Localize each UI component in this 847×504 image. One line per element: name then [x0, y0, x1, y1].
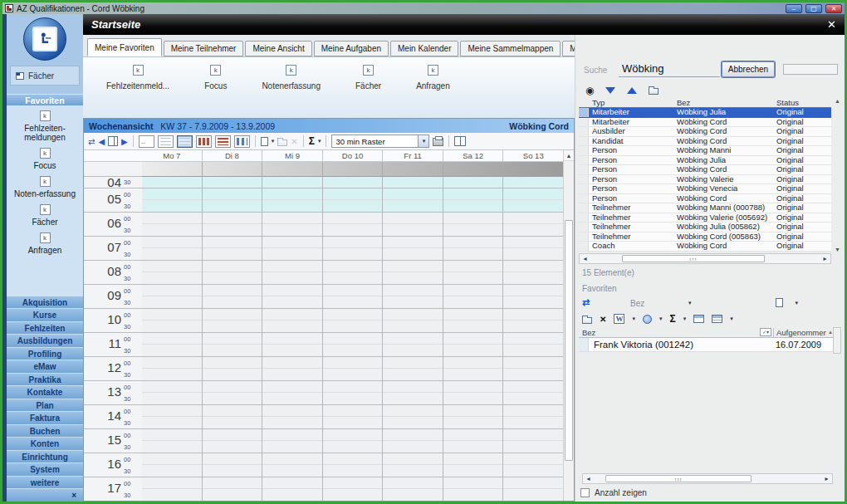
delete-icon[interactable]: ✕ [291, 137, 297, 146]
print-icon[interactable] [433, 138, 443, 146]
allday-cell[interactable] [202, 162, 262, 176]
results-hscrollbar[interactable]: ◂ ɪɪɪ ▸ [579, 253, 831, 264]
allday-cell[interactable] [322, 162, 383, 176]
row-selector[interactable] [579, 118, 589, 127]
search-query-value[interactable]: Wöbking [622, 62, 664, 75]
scope-radio-icon[interactable]: ◉ [585, 86, 594, 95]
table-row[interactable]: CoachWöbking CordOriginal [579, 242, 831, 252]
layout-split-icon[interactable] [712, 315, 722, 323]
col-bez[interactable]: Bez [673, 98, 773, 107]
module-button-weitere[interactable]: weitere [7, 477, 83, 490]
tab-meine-ansicht[interactable]: Meine Ansicht [245, 41, 311, 56]
scroll-left-icon[interactable]: ◂ [583, 475, 594, 482]
row-selector[interactable] [579, 146, 589, 155]
day-header-mi-9[interactable]: Mi 9 [262, 150, 322, 161]
ribbon-item-focus[interactable]: kFocus [204, 65, 227, 118]
row-selector[interactable] [579, 156, 589, 165]
table-row[interactable]: PersonWöbking VeneciaOriginal [579, 184, 831, 194]
table-row[interactable]: TeilnehmerWöbking Julia (005862)Original [579, 223, 831, 232]
tab-meine-teilnehmer[interactable]: Meine Teilnehmer [164, 41, 244, 56]
refresh-icon[interactable]: ⇄ [582, 297, 590, 308]
row-selector[interactable] [579, 137, 589, 146]
new-entry-caret-icon[interactable]: ▾ [795, 300, 798, 306]
month-view-button[interactable] [215, 135, 231, 148]
ribbon-item-fächer[interactable]: kFächer [355, 65, 381, 118]
sum-icon[interactable]: Σ [669, 313, 675, 325]
row-selector[interactable] [579, 242, 589, 251]
scroll-right-icon[interactable]: ▸ [821, 475, 832, 482]
favorite-row[interactable]: Frank Viktoria (001242)16.07.2009 [579, 338, 833, 352]
day-header-do-10[interactable]: Do 10 [322, 150, 383, 161]
tab-mein-kalender[interactable]: Mein Kalender [390, 41, 458, 56]
scroll-down-icon[interactable]: ▼ [833, 247, 842, 252]
module-button-faktura[interactable]: Faktura [7, 412, 83, 425]
col-status[interactable]: Status [773, 98, 831, 107]
day-header-fr-11[interactable]: Fr 11 [382, 150, 443, 161]
scroll-right-icon[interactable]: ▸ [820, 255, 830, 262]
filter-icon[interactable]: ✓▾ [760, 328, 771, 336]
sort-field-label[interactable]: Bez [630, 299, 644, 308]
favorites-hscrollbar[interactable]: ◂ ɪɪɪ ▸ [582, 473, 833, 484]
table-row[interactable]: AusbilderWöbking CordOriginal [579, 127, 831, 137]
sidebar-fav-noten-erfassung[interactable]: kNoten-erfassung [7, 176, 83, 198]
table-row[interactable]: MitarbeiterWöbking JuliaOriginal [579, 108, 831, 118]
sidebar-fav-focus[interactable]: kFocus [7, 148, 83, 170]
row-selector[interactable] [579, 127, 589, 136]
scroll-up-icon[interactable]: ▲ [833, 98, 842, 104]
move-down-icon[interactable] [605, 87, 615, 94]
day-header-mo-7[interactable]: Mo 7 [142, 150, 202, 161]
day-header-so-13[interactable]: So 13 [502, 150, 563, 161]
search-input[interactable] [619, 76, 720, 77]
sort-field-caret-icon[interactable]: ▾ [688, 300, 692, 306]
raster-select[interactable]: 30 min Raster ▾ [331, 135, 429, 148]
row-selector[interactable] [579, 213, 589, 223]
calendar-scroll-thumb[interactable] [565, 220, 573, 461]
report-icon[interactable] [643, 315, 652, 324]
row-selector[interactable] [579, 165, 589, 174]
module-button-kontakte[interactable]: Kontakte [7, 386, 83, 399]
module-button-fehlzeiten[interactable]: Fehlzeiten [7, 322, 83, 335]
day-view-button[interactable] [139, 135, 154, 148]
ribbon-item-notenerfassung[interactable]: kNotenerfassung [262, 65, 321, 118]
delete-icon[interactable]: ✕ [600, 315, 606, 324]
sidebar-collapse-button[interactable]: × [7, 489, 83, 502]
calendar-vscrollbar[interactable]: ▲ [563, 150, 574, 501]
table-row[interactable]: PersonWöbking ManniOriginal [579, 146, 831, 156]
sum-caret-icon[interactable]: ▾ [683, 316, 687, 322]
layout-caret-icon[interactable]: ▾ [730, 316, 733, 322]
fav-col-bez[interactable]: Bez [579, 328, 760, 337]
ribbon-item-anfragen[interactable]: kAnfragen [416, 65, 450, 118]
day-header-di-8[interactable]: Di 8 [202, 150, 262, 161]
sum-icon[interactable]: Σ [309, 135, 315, 147]
favorites-vscrollbar[interactable] [833, 327, 841, 354]
timeline-view-button[interactable] [234, 135, 250, 148]
open-icon[interactable] [582, 317, 592, 324]
allday-cell[interactable] [142, 162, 202, 176]
goto-date-icon[interactable] [108, 136, 118, 146]
module-button-kurse[interactable]: Kurse [7, 309, 83, 322]
sidebar-fav-fehlzeiten-meldungen[interactable]: kFehlzeiten-meldungen [7, 110, 83, 142]
cancel-button[interactable]: Abbrechen [722, 61, 775, 77]
row-selector[interactable] [579, 232, 589, 242]
new-appointment-caret-icon[interactable]: ▾ [272, 138, 275, 144]
results-vscrollbar[interactable]: ▲ ▼ [833, 98, 842, 252]
next-week-icon[interactable]: ▶ [121, 137, 128, 146]
module-button-ausbildungen[interactable]: Ausbildungen [7, 335, 83, 348]
module-button-plan[interactable]: Plan [7, 399, 83, 413]
fav-col-date[interactable]: AufgenommenAm [776, 328, 826, 337]
favorites-scroll-thumb[interactable]: ɪɪɪ [605, 475, 752, 482]
table-row[interactable]: TeilnehmerWöbking Manni (000788)Original [579, 203, 831, 213]
module-button-praktika[interactable]: Praktika [7, 374, 83, 387]
minimize-button[interactable]: – [786, 4, 802, 13]
module-button-emaw[interactable]: eMaw [7, 360, 83, 374]
tab-meine-sammelmappen[interactable]: Meine Sammelmappen [460, 41, 561, 56]
word-caret-icon[interactable]: ▾ [632, 316, 635, 322]
row-selector[interactable] [579, 108, 589, 117]
sidebar-favorites-header[interactable]: Favoriten [7, 94, 83, 105]
module-button-buchen[interactable]: Buchen [7, 425, 83, 438]
show-count-checkbox[interactable] [580, 488, 590, 497]
workweek-view-button[interactable] [196, 135, 212, 148]
row-selector[interactable] [579, 184, 589, 193]
new-entry-icon[interactable] [776, 298, 783, 307]
maximize-button[interactable]: ▢ [805, 4, 822, 13]
